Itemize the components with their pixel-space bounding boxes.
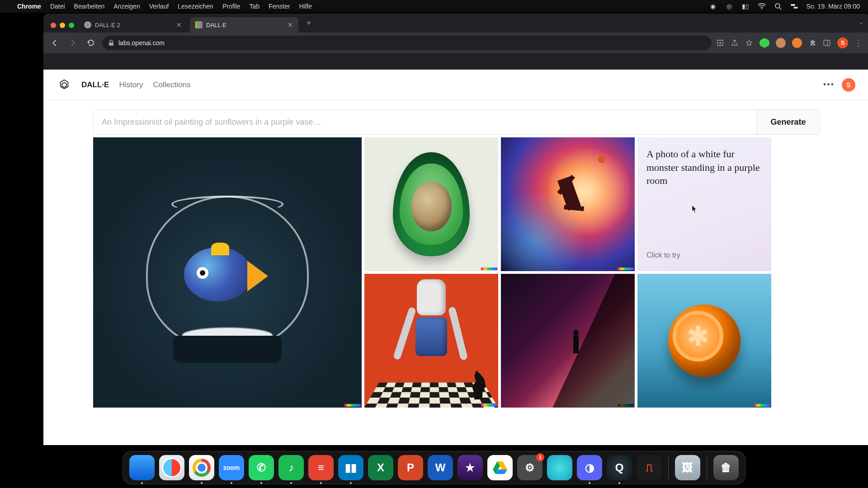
more-menu-icon[interactable]: ••• [823, 80, 835, 89]
window-minimize-button[interactable] [60, 23, 65, 28]
sample-prompt-card[interactable]: A photo of a white fur monster standing … [637, 137, 771, 271]
address-bar[interactable]: labs.openai.com [102, 36, 712, 50]
lock-icon [108, 40, 114, 46]
profile-avatar[interactable]: S [837, 38, 848, 48]
menu-anzeigen[interactable]: Anzeigen [113, 3, 140, 10]
tab-overflow-icon[interactable]: ⌄ [859, 19, 863, 25]
gallery-tile-avocado-chair[interactable] [364, 137, 498, 271]
dock-spotify[interactable]: ♪ [278, 455, 304, 480]
dalle-watermark-icon [618, 267, 634, 270]
prompt-input[interactable] [94, 110, 756, 134]
tab-dalle[interactable]: DALL·E ✕ [190, 17, 298, 33]
dock-drive[interactable] [487, 455, 513, 480]
dock-quicktime[interactable]: Q [607, 455, 632, 480]
menu-tab[interactable]: Tab [250, 3, 260, 10]
dock-zoom[interactable]: zoom [219, 455, 244, 480]
openai-favicon-icon [84, 21, 91, 28]
svg-line-2 [779, 8, 781, 9]
dock-safari[interactable] [159, 455, 184, 480]
dalle-watermark-icon [481, 267, 497, 270]
new-tab-button[interactable]: + [301, 19, 317, 33]
dalle-watermark-icon [754, 404, 770, 407]
extension-icon[interactable] [792, 38, 802, 48]
forward-button[interactable] [66, 36, 80, 50]
bookmark-icon[interactable] [745, 39, 753, 47]
tab-title: DALL·E [206, 22, 284, 28]
macos-menubar: Chrome Datei Bearbeiten Anzeigen Verlauf… [0, 0, 868, 13]
nav-dalle[interactable]: DALL·E [81, 80, 109, 89]
settings-badge: 1 [536, 453, 544, 461]
dock-chrome[interactable] [189, 455, 214, 480]
window-zoom-button[interactable] [69, 23, 74, 28]
macos-dock: zoom ✆ ♪ ≡ ▮▮ X P W ★ ⚙1 ◑ Q ⎍ 🖼 🗑 [123, 451, 745, 484]
dock-whatsapp[interactable]: ✆ [249, 455, 274, 480]
share-icon[interactable] [731, 39, 739, 47]
stop-icon[interactable]: ◎ [725, 2, 733, 10]
dock-voice-memos[interactable]: ⎍ [637, 455, 662, 480]
svg-rect-3 [791, 4, 795, 6]
menubar-clock[interactable]: So. 19. März 09:00 [807, 3, 860, 10]
dock-preview[interactable]: 🖼 [675, 455, 700, 480]
back-button[interactable] [48, 36, 61, 50]
dock-trello[interactable]: ▮▮ [338, 455, 363, 480]
svg-point-0 [761, 8, 762, 9]
menu-lesezeichen[interactable]: Lesezeichen [178, 3, 213, 10]
dock-powerpoint[interactable]: P [398, 455, 423, 480]
dock-trash[interactable]: 🗑 [713, 455, 739, 480]
menu-datei[interactable]: Datei [50, 3, 65, 10]
svg-rect-7 [824, 40, 830, 46]
dalle-watermark-icon [344, 404, 361, 407]
dalle-app: DALL·E History Collections ••• S Generat [43, 70, 868, 445]
menu-verlauf[interactable]: Verlauf [149, 3, 169, 10]
dock-word[interactable]: W [428, 455, 453, 480]
menu-fenster[interactable]: Fenster [269, 3, 290, 10]
gallery-tile-orange[interactable] [637, 274, 771, 408]
sample-prompt-cta: Click to try [646, 251, 762, 259]
record-icon[interactable]: ◉ [709, 2, 717, 10]
dock-app-circle[interactable] [547, 455, 572, 480]
tab-title: DALL·E 2 [95, 22, 173, 28]
sidepanel-icon[interactable] [823, 39, 831, 47]
dock-discord[interactable]: ◑ [577, 455, 602, 480]
gallery-tile-robot-chess[interactable] [364, 274, 498, 408]
app-header: DALL·E History Collections ••• S [43, 70, 868, 100]
gallery-tile-desert-silhouette[interactable] [501, 274, 635, 408]
menu-profile[interactable]: Profile [222, 3, 241, 10]
gallery-tile-nebula-dunk[interactable] [501, 137, 635, 271]
dalle-watermark-icon [618, 404, 634, 407]
dock-system-settings[interactable]: ⚙1 [517, 455, 542, 480]
dock-finder[interactable] [129, 455, 155, 480]
app-menu[interactable]: Chrome [17, 3, 41, 10]
tab-strip: DALL·E 2 ✕ DALL·E ✕ + [43, 14, 868, 33]
nav-collections[interactable]: Collections [153, 80, 190, 89]
openai-logo-icon[interactable] [58, 79, 71, 91]
dock-imovie[interactable]: ★ [458, 455, 483, 480]
dock-todoist[interactable]: ≡ [308, 455, 334, 480]
adblock-extension-icon[interactable] [760, 38, 769, 48]
dock-excel[interactable]: X [368, 455, 393, 480]
window-close-button[interactable] [51, 23, 56, 28]
chrome-window: ⌄ DALL·E 2 ✕ DALL·E ✕ + [43, 14, 868, 445]
generate-button[interactable]: Generate [756, 110, 820, 134]
extensions-icon[interactable] [808, 39, 816, 47]
nav-history[interactable]: History [119, 80, 143, 89]
control-center-icon[interactable] [790, 2, 798, 10]
install-app-icon[interactable] [716, 39, 724, 47]
close-tab-icon[interactable]: ✕ [176, 21, 182, 28]
close-tab-icon[interactable]: ✕ [288, 21, 293, 28]
dalle-favicon-icon [195, 21, 203, 28]
reload-button[interactable] [84, 36, 98, 50]
gallery-tile-fishbowl[interactable] [93, 137, 362, 408]
tab-dalle2[interactable]: DALL·E 2 ✕ [79, 17, 187, 33]
spotlight-icon[interactable] [774, 2, 782, 10]
user-avatar[interactable]: S [842, 78, 855, 92]
example-gallery: A photo of a white fur monster standing … [93, 137, 820, 408]
menu-hilfe[interactable]: Hilfe [299, 3, 312, 10]
battery-icon[interactable]: ▮▯ [741, 2, 750, 10]
svg-rect-4 [793, 7, 798, 9]
wifi-icon[interactable] [758, 2, 766, 10]
chrome-menu-icon[interactable]: ⋮ [854, 38, 863, 48]
extension-icon[interactable] [776, 38, 786, 48]
dalle-watermark-icon [481, 404, 497, 407]
menu-bearbeiten[interactable]: Bearbeiten [74, 3, 105, 10]
